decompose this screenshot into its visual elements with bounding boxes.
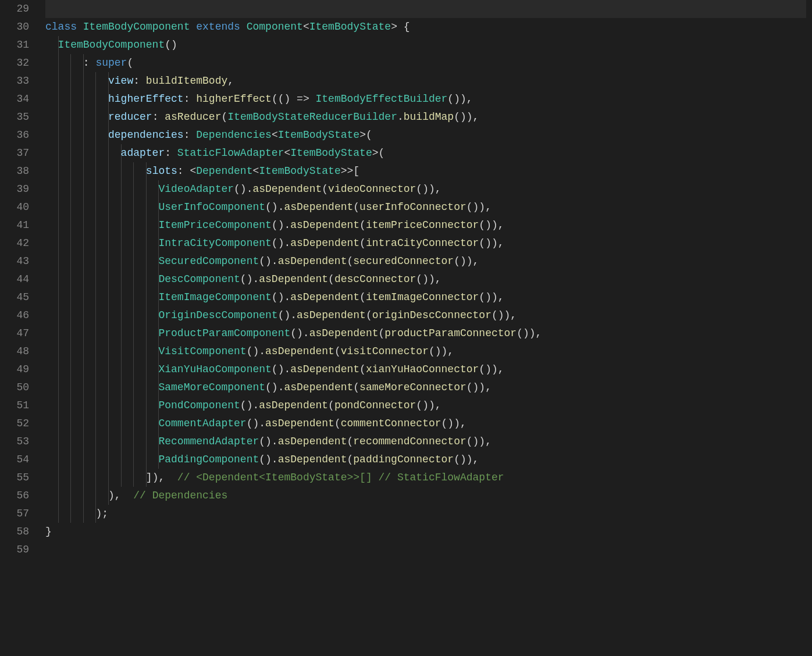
code-line[interactable]: ), // Dependencies: [45, 487, 806, 505]
token-pn: :: [165, 147, 177, 159]
token-fn: buildItemBody: [146, 75, 227, 87]
code-text: UserInfoComponent().asDependent(userInfo…: [45, 201, 492, 213]
code-line[interactable]: [45, 0, 806, 18]
token-type: DescComponent: [158, 273, 240, 285]
code-line[interactable]: ProductParamComponent().asDependent(prod…: [45, 325, 806, 343]
line-number: 34: [0, 90, 29, 108]
token-pn: (: [334, 345, 341, 357]
code-text: class ItemBodyComponent extends Componen…: [45, 21, 410, 33]
token-fn: sameMoreConnector: [359, 382, 466, 393]
token-fn: asDependent: [259, 273, 328, 285]
code-line[interactable]: higherEffect: higherEffect(() => ItemBod…: [45, 90, 806, 108]
line-number: 55: [0, 469, 29, 487]
code-line[interactable]: DescComponent().asDependent(descConnecto…: [45, 270, 806, 288]
code-line[interactable]: ]), // <Dependent<ItemBodyState>>[] // S…: [45, 469, 806, 487]
code-line[interactable]: adapter: StaticFlowAdapter<ItemBodyState…: [45, 144, 806, 162]
line-number: 35: [0, 108, 29, 126]
code-line[interactable]: );: [45, 505, 806, 523]
code-line[interactable]: dependencies: Dependencies<ItemBodyState…: [45, 126, 806, 144]
code-text: OriginDescComponent().asDependent(origin…: [45, 309, 517, 321]
token-type: PaddingComponent: [158, 454, 259, 465]
token-pn: (: [334, 418, 341, 429]
token-type: Dependencies: [196, 129, 272, 141]
code-line[interactable]: class ItemBodyComponent extends Componen…: [45, 18, 806, 36]
token-type: ItemBodyEffectBuilder: [316, 93, 448, 105]
line-number: 59: [0, 541, 29, 559]
code-line[interactable]: OriginDescComponent().asDependent(origin…: [45, 306, 806, 325]
code-line[interactable]: UserInfoComponent().asDependent(userInfo…: [45, 198, 806, 216]
token-type: SameMoreComponent: [158, 382, 265, 393]
token-prop: reducer: [108, 111, 152, 123]
code-editor[interactable]: 2930313233343536373839404142434445464748…: [0, 0, 812, 656]
token-pn: (: [359, 219, 366, 231]
token-pn: <: [252, 165, 259, 177]
token-type: SecuredComponent: [158, 255, 259, 267]
code-text: dependencies: Dependencies<ItemBodyState…: [45, 129, 372, 141]
code-line[interactable]: RecommendAdapter().asDependent(recommend…: [45, 433, 806, 451]
code-line[interactable]: VideoAdapter().asDependent(videoConnecto…: [45, 180, 806, 198]
code-line[interactable]: }: [45, 523, 806, 541]
code-line[interactable]: XianYuHaoComponent().asDependent(xianYuH…: [45, 361, 806, 379]
code-line[interactable]: SecuredComponent().asDependent(securedCo…: [45, 252, 806, 270]
token-type: StaticFlowAdapter: [177, 147, 284, 159]
token-fn: xianYuHaoConnector: [366, 363, 479, 375]
token-pn: (: [328, 400, 334, 411]
token-pn: :: [152, 111, 165, 123]
code-line[interactable]: [45, 541, 806, 559]
code-line[interactable]: reducer: asReducer(ItemBodyStateReducerB…: [45, 108, 806, 126]
token-pn: ().: [265, 201, 284, 213]
code-text: slots: <Dependent<ItemBodyState>>[: [45, 165, 359, 177]
code-line[interactable]: SameMoreComponent().asDependent(sameMore…: [45, 379, 806, 397]
token-pn: (: [366, 309, 372, 321]
token-pn: ().: [272, 237, 290, 249]
token-type: XianYuHaoComponent: [158, 363, 271, 375]
token-kw: super: [95, 57, 127, 69]
token-fn: originDescConnector: [372, 309, 492, 321]
token-fn: asDependent: [265, 418, 334, 429]
token-pn: (: [221, 111, 227, 123]
code-line[interactable]: ItemBodyComponent(): [45, 36, 806, 54]
code-text: }: [45, 526, 52, 537]
token-type: Dependent: [196, 165, 252, 177]
token-fn: securedConnector: [353, 255, 454, 267]
token-pn: :: [133, 75, 146, 87]
code-line[interactable]: : super(: [45, 54, 806, 72]
token-fn: asDependent: [265, 345, 334, 357]
code-text: ItemImageComponent().asDependent(itemIma…: [45, 291, 504, 303]
code-text: view: buildItemBody,: [45, 75, 234, 87]
code-text: ItemBodyComponent(): [45, 39, 177, 51]
code-line[interactable]: PondComponent().asDependent(pondConnecto…: [45, 397, 806, 415]
code-line[interactable]: view: buildItemBody,: [45, 72, 806, 90]
code-line[interactable]: ItemImageComponent().asDependent(itemIma…: [45, 288, 806, 306]
code-text: ItemPriceComponent().asDependent(itemPri…: [45, 219, 504, 231]
line-number: 51: [0, 397, 29, 415]
token-fn: itemPriceConnector: [366, 219, 479, 231]
code-line[interactable]: IntraCityComponent().asDependent(intraCi…: [45, 234, 806, 252]
code-text: higherEffect: higherEffect(() => ItemBod…: [45, 93, 473, 105]
token-pn: ()),: [466, 382, 492, 393]
code-line[interactable]: ItemPriceComponent().asDependent(itemPri…: [45, 216, 806, 234]
token-type: VideoAdapter: [158, 183, 234, 195]
token-pn: :: [184, 129, 197, 141]
code-line[interactable]: PaddingComponent().asDependent(paddingCo…: [45, 451, 806, 469]
token-type: VisitComponent: [158, 345, 246, 357]
code-area[interactable]: class ItemBodyComponent extends Componen…: [45, 0, 812, 656]
token-type: ItemImageComponent: [158, 291, 271, 303]
code-line[interactable]: VisitComponent().asDependent(visitConnec…: [45, 343, 806, 361]
token-pn: (: [353, 382, 359, 393]
line-number: 31: [0, 36, 29, 54]
token-fn: asDependent: [259, 400, 328, 411]
line-number: 32: [0, 54, 29, 72]
token-pn: ().: [240, 273, 259, 285]
line-number: 50: [0, 379, 29, 397]
token-pn: ()),: [517, 327, 542, 339]
token-pn: : <: [177, 165, 196, 177]
token-pn: ()),: [466, 436, 492, 447]
code-line[interactable]: CommentAdapter().asDependent(commentConn…: [45, 415, 806, 433]
code-line[interactable]: slots: <Dependent<ItemBodyState>>[: [45, 162, 806, 180]
code-text: DescComponent().asDependent(descConnecto…: [45, 273, 441, 285]
code-text: ]), // <Dependent<ItemBodyState>>[] // S…: [45, 472, 504, 483]
code-text: PaddingComponent().asDependent(paddingCo…: [45, 454, 479, 465]
token-prop: higherEffect: [108, 93, 184, 105]
code-text: IntraCityComponent().asDependent(intraCi…: [45, 237, 504, 249]
